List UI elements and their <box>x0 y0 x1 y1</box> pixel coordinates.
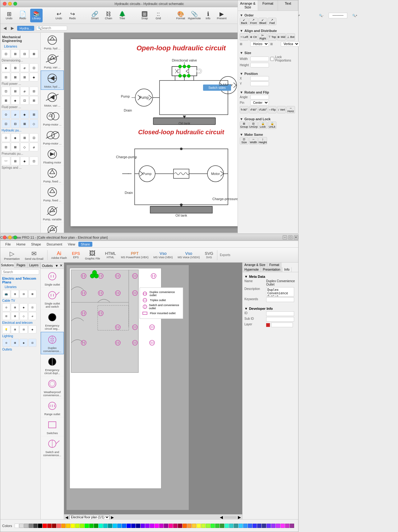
fp2-icon-4[interactable]: ⊟ <box>30 87 38 95</box>
rotate-90cw[interactable]: ↻90° <box>240 106 248 113</box>
horizontal-align-select[interactable]: Horizontal <box>250 41 269 47</box>
color-swatch-00cccc[interactable] <box>103 524 108 528</box>
vertical-align-select[interactable]: Vertical <box>281 41 299 47</box>
zoom-in[interactable]: 🔍+ <box>349 9 361 22</box>
bpanel-tab-arrange[interactable]: Arrange & Size <box>243 263 267 267</box>
color-swatch-3399ff[interactable] <box>243 524 248 528</box>
dev-id-input[interactable]: 2546.16 <box>266 311 294 316</box>
height-input[interactable]: 0.39 in <box>250 63 269 67</box>
backward-btn[interactable]: ↙ Bkwd <box>258 18 267 25</box>
sol-tab-pages[interactable]: Pages <box>15 263 27 268</box>
color-swatch-3333cc[interactable] <box>257 524 261 528</box>
zoom-slider[interactable]: ───── <box>329 13 347 18</box>
color-swatch-ffcc33[interactable] <box>192 524 196 528</box>
color-swatch-33ccff[interactable] <box>238 524 243 528</box>
horizontal-btn[interactable]: ↔ Horiz <box>286 106 295 113</box>
hyd-icon-8[interactable]: ◇ <box>30 119 38 128</box>
color-swatch-ff0099[interactable] <box>169 524 173 528</box>
info-keywords[interactable]: duplex convenience outlet <box>266 297 294 302</box>
symbol-pump-fixed1[interactable]: Pump, fixed ... <box>41 166 64 185</box>
light-icon-1[interactable]: 💡 <box>2 325 10 333</box>
ppt-btn[interactable]: PPT MS PowerPoint (VBX) <box>120 250 150 259</box>
color-swatch-ff33ff[interactable] <box>280 524 285 528</box>
color-swatch-3366ff[interactable] <box>248 524 252 528</box>
hyd-icon-3[interactable]: ◈ <box>20 110 29 119</box>
redo-btn[interactable]: ↪ Redo <box>66 9 79 22</box>
bpanel-tab-format[interactable]: Format <box>267 263 281 267</box>
rotate-90ccw[interactable]: ↺90° <box>249 106 258 113</box>
color-swatch-6633ff[interactable] <box>266 524 271 528</box>
symbol-pump-variable[interactable]: Pump, variable <box>41 204 64 222</box>
elec-icon-2[interactable]: ⊞ <box>11 303 19 311</box>
spring-icon-4[interactable]: ⊡ <box>30 157 38 165</box>
lock-btn[interactable]: 🔒 Lock <box>258 122 267 129</box>
lib-icon-2[interactable]: ⊞ <box>11 49 20 58</box>
electrical-label[interactable]: Electrical and telecom <box>0 321 40 325</box>
same-height[interactable]: ↕ Height <box>258 137 267 144</box>
scrollbar-track[interactable] <box>224 516 237 519</box>
bsymbol-duplex[interactable]: Duplex convenience... <box>41 332 64 354</box>
color-swatch-cc00cc[interactable] <box>159 524 164 528</box>
dev-subid-input[interactable]: 4.10 <box>266 317 294 322</box>
color-swatch-990099[interactable] <box>164 524 168 528</box>
color-swatch-009900[interactable] <box>94 524 98 528</box>
scroll-right-btn[interactable]: ▶ <box>238 515 241 520</box>
color-swatch-cc33cc[interactable] <box>285 524 289 528</box>
fp1-icon-6[interactable]: ⊠ <box>11 73 20 81</box>
html-btn[interactable]: HTML HTML <box>104 250 117 259</box>
dimensioning-label[interactable]: Dimensioning... <box>2 59 39 62</box>
group-btn[interactable]: ⊞ Group <box>240 122 248 129</box>
hyd-icon-2[interactable]: ⌀ <box>11 110 20 119</box>
color-swatch-6600ff[interactable] <box>141 524 145 528</box>
color-swatch-ccff00[interactable] <box>75 524 80 528</box>
lighting-label[interactable]: Lighting <box>0 334 40 338</box>
zoom-out[interactable]: 🔍- <box>315 9 327 22</box>
symbol-dropdown-arrow[interactable]: ▼ <box>55 264 58 268</box>
symbol-pump-hyd[interactable]: Pump, hyd ... <box>41 33 64 52</box>
menu-home[interactable]: Home <box>14 242 28 247</box>
fp1-icon-7[interactable]: ⊞ <box>20 73 29 81</box>
color-swatch-cc00ff[interactable] <box>150 524 154 528</box>
outlet-icon-2[interactable]: ⊞ <box>11 339 19 347</box>
color-swatch-ccff33[interactable] <box>201 524 206 528</box>
align-bottom[interactable]: ⊥ Bot <box>286 33 295 41</box>
fp2-icon-2[interactable]: ⊞ <box>11 87 20 95</box>
color-swatch-ffff33[interactable] <box>197 524 201 528</box>
scroll-left-btn[interactable]: ◀ <box>220 515 223 520</box>
sol-tab-layers[interactable]: Layers <box>28 263 40 268</box>
pneu-icon-3[interactable]: ⊞ <box>20 133 29 142</box>
color-swatch-ff6600[interactable] <box>183 524 187 528</box>
pneu-icon-2[interactable]: ◈ <box>11 133 20 142</box>
color-swatch-ff6666[interactable] <box>57 524 61 528</box>
maximize-button[interactable] <box>13 2 17 6</box>
fp1-icon-1[interactable]: ◈ <box>2 63 10 72</box>
hyd-icon-6[interactable]: ⊟ <box>11 119 20 128</box>
color-swatch-33ffcc[interactable] <box>224 524 229 528</box>
ungroup-btn[interactable]: ⊟ UnGrp <box>249 122 258 129</box>
color-swatch-333399[interactable] <box>262 524 266 528</box>
adobe-btn[interactable]: Ai Adobe Flash <box>50 250 68 260</box>
visio-vbx-btn[interactable]: Vso MS Visio (VBX) <box>152 250 174 259</box>
back-nav[interactable]: ◀ <box>2 25 8 31</box>
outlets-label[interactable]: Outlets <box>0 347 40 351</box>
solutions-btn[interactable]: ⊞ Undo <box>3 9 15 22</box>
color-swatch-33cc33[interactable] <box>215 524 220 528</box>
unlock-btn[interactable]: 🔓 UnLk <box>268 122 276 129</box>
color-swatch-339999[interactable] <box>234 524 238 528</box>
page-select[interactable]: Electrical floor plan (1/1) <box>69 515 110 520</box>
color-swatch-cc0066[interactable] <box>173 524 178 528</box>
bottom-canvas-area[interactable]: Duplex convenience outlet Triplex outlet… <box>64 263 242 520</box>
color-swatch-9900ff[interactable] <box>145 524 150 528</box>
color-swatch-0000ff[interactable] <box>127 524 131 528</box>
menu-file[interactable]: File <box>3 242 13 247</box>
outlet-icon-1[interactable]: ⊙ <box>2 339 10 347</box>
hyd-icon-1[interactable]: ⊙ <box>2 110 10 119</box>
fp1-icon-3[interactable]: ⌀ <box>20 63 29 72</box>
bsymbol-weatherproof[interactable]: Weatherproof convenience... <box>41 376 64 398</box>
cable-icon-1[interactable]: 📺 <box>2 290 10 298</box>
fp2-icon-5[interactable]: ⊠ <box>2 96 10 105</box>
color-swatch-ffffff[interactable] <box>15 524 19 528</box>
light-icon-3[interactable]: ⊟ <box>20 325 28 333</box>
color-swatch-0066ff[interactable] <box>122 524 126 528</box>
spring-icon-2[interactable]: ⊞ <box>11 157 20 165</box>
